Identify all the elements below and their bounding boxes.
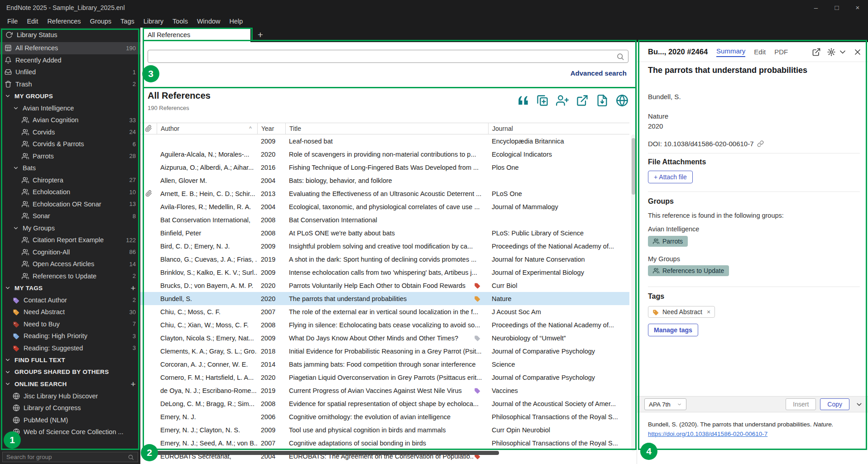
library-status[interactable]: Library Status	[0, 28, 140, 42]
sidebar-item-trash[interactable]: Trash2	[0, 78, 140, 91]
menu-tags[interactable]: Tags	[116, 16, 139, 27]
reference-row[interactable]: Cornero, F. M.; Hartsfield, L. A...2020P…	[140, 371, 629, 384]
doi-link[interactable]: https://doi.org/10.1038/d41586-020-00610…	[648, 431, 767, 437]
column-author[interactable]: Author^	[157, 123, 257, 134]
sidebar-item-corvids-parrots[interactable]: Corvids & Parrots6	[0, 138, 140, 150]
copy-reference-button[interactable]	[536, 94, 549, 107]
online-search-button[interactable]	[616, 94, 628, 107]
menu-help[interactable]: Help	[225, 16, 248, 27]
sidebar-item-jisc-library-hub-discover[interactable]: Jisc Library Hub Discover	[0, 390, 140, 402]
add-button[interactable]: +	[131, 380, 136, 388]
reference-row[interactable]: Brucks, D.; von Bayern, A. M. P.2020Parr…	[140, 279, 629, 292]
close-button[interactable]: ×	[847, 0, 868, 15]
reference-row[interactable]: Chiu, C.; Moss, C. F.2007The role of the…	[140, 305, 629, 318]
sidebar-item-references-to-update[interactable]: References to Update2	[0, 270, 140, 282]
open-in-new-window-icon[interactable]	[812, 48, 821, 57]
menu-references[interactable]: References	[43, 16, 85, 27]
reference-row[interactable]: Avila-Flores, R.; Medellin, R. A.2004Eco…	[140, 200, 629, 213]
maximize-button[interactable]: □	[826, 0, 847, 15]
sidebar-group-my-groups[interactable]: My Groups	[0, 222, 140, 234]
sidebar-item-avian-cognition[interactable]: Avian Cognition33	[0, 114, 140, 126]
sidebar-item-corvids[interactable]: Corvids24	[0, 126, 140, 139]
reference-row[interactable]: Bundell, S.2020The parrots that understa…	[140, 292, 629, 305]
reference-row[interactable]: Brinklov, S.; Kalko, E. K. V.; Surl...20…	[140, 266, 629, 279]
search-input[interactable]	[148, 50, 628, 63]
share-with-user-button[interactable]	[556, 94, 569, 107]
sidebar-section-find-full-text[interactable]: FIND FULL TEXT	[0, 354, 140, 366]
reference-row[interactable]: Aizpurua, O.; Alberdi, A.; Aihar...2016F…	[140, 161, 629, 174]
scrollbar-thumb[interactable]	[632, 138, 635, 195]
column-year[interactable]: Year	[257, 123, 285, 134]
sidebar-item-contact-author[interactable]: Contact Author2	[0, 294, 140, 306]
reference-row[interactable]: de Oya, N. J.; Escribano-Rome...2019Curr…	[140, 384, 629, 397]
advanced-search-link[interactable]: Advanced search	[571, 69, 627, 77]
sidebar-item-citation-report-example[interactable]: Citation Report Example122	[0, 234, 140, 246]
reference-row[interactable]: Bird, C. D.; Emery, N. J.2009Insightful …	[140, 239, 629, 253]
reference-row[interactable]: Emery, N. J.; Clayton, N. S.2009Tool use…	[140, 423, 629, 436]
sidebar-item-need-abstract[interactable]: Need Abstract30	[0, 306, 140, 318]
reference-row[interactable]: DeLong, C. M.; Bragg, R.; Sim...2008Evid…	[140, 397, 629, 410]
new-tab-button[interactable]: +	[250, 28, 270, 42]
vertical-scrollbar[interactable]	[631, 134, 636, 451]
reference-row[interactable]: Chiu, C.; Xian, W.; Moss, C. F.2008Flyin…	[140, 318, 629, 331]
citation-style-select[interactable]: APA 7th	[644, 398, 686, 410]
reference-row[interactable]: Corcoran, A. J.; Conner, W. E.2014Bats j…	[140, 358, 629, 371]
link-icon[interactable]	[757, 140, 764, 147]
menu-groups[interactable]: Groups	[86, 16, 116, 27]
horizontal-scrollbar[interactable]	[141, 451, 499, 455]
tab-summary[interactable]: Summary	[716, 47, 745, 57]
sidebar-item-recently-added[interactable]: Recently Added	[0, 54, 140, 67]
reference-row[interactable]: Emery, N. J.; Seed, A. M.; von B...2007C…	[140, 436, 629, 450]
sidebar-item-library-of-congress[interactable]: Library of Congress	[0, 402, 140, 414]
reference-row[interactable]: Blanco, G.; Cuevas, J. A.; Frias, ...201…	[140, 253, 629, 266]
reference-row[interactable]: 2009Leaf-nosed batEncyclopædia Britannic…	[140, 134, 629, 148]
sidebar-section-online-search[interactable]: ONLINE SEARCH+	[0, 378, 140, 390]
reference-row[interactable]: Binfield, Peter2008At PLoS ONE we're bat…	[140, 226, 629, 239]
reference-row[interactable]: Clayton, Nicola S.; Emery, Nat...2009Wha…	[140, 331, 629, 344]
remove-tag-icon[interactable]: ×	[707, 308, 710, 316]
add-button[interactable]: +	[131, 284, 136, 292]
sidebar-item-chiroptera[interactable]: Chiroptera27	[0, 174, 140, 187]
insert-citation-button[interactable]	[516, 94, 529, 107]
export-button[interactable]	[576, 94, 589, 107]
group-badge-parrots[interactable]: Parrots	[648, 236, 688, 247]
column-journal[interactable]: Journal	[488, 123, 629, 134]
tab-edit[interactable]: Edit	[754, 48, 766, 56]
sidebar-section-groups-shared-by-others[interactable]: GROUPS SHARED BY OTHERS	[0, 366, 140, 378]
menu-edit[interactable]: Edit	[22, 16, 43, 27]
sidebar-item-reading-high-priority[interactable]: Reading: High Priority3	[0, 330, 140, 342]
tab-all-references[interactable]: All References	[140, 28, 250, 42]
sidebar-group-bats[interactable]: Bats	[0, 162, 140, 174]
menu-file[interactable]: File	[3, 16, 22, 27]
group-badge-references-to-update[interactable]: References to Update	[648, 265, 729, 276]
sidebar-item-open-access-articles[interactable]: Open Access Articles14	[0, 258, 140, 270]
reference-row[interactable]: Bat Conservation International,2008Bat C…	[140, 213, 629, 226]
sidebar-section-my-groups[interactable]: MY GROUPS	[0, 90, 140, 102]
attach-file-button[interactable]: + Attach file	[648, 171, 693, 183]
sidebar-item-pubmed-nlm[interactable]: PubMed (NLM)	[0, 414, 140, 426]
minimize-button[interactable]: –	[806, 0, 826, 15]
copy-button[interactable]: Copy	[820, 398, 849, 410]
sidebar-item-sonar[interactable]: Sonar8	[0, 210, 140, 222]
sidebar-item-echolocation[interactable]: Echolocation10	[0, 186, 140, 198]
sidebar-item-cognition-all[interactable]: Cognition-All86	[0, 246, 140, 258]
reference-row[interactable]: Clements, K. A.; Gray, S. L.; Gro...2018…	[140, 344, 629, 358]
collapse-panel-icon[interactable]	[855, 401, 863, 408]
gear-icon[interactable]	[827, 48, 836, 57]
close-panel-icon[interactable]	[853, 48, 862, 57]
sidebar-item-need-to-buy[interactable]: Need to Buy7	[0, 318, 140, 330]
reference-row[interactable]: Allen, Glover M.2004Bats: biology, behav…	[140, 174, 629, 187]
manage-tags-button[interactable]: Manage tags	[648, 324, 698, 336]
menu-window[interactable]: Window	[192, 16, 225, 27]
sidebar-item-parrots[interactable]: Parrots28	[0, 150, 140, 163]
sidebar-item-web-of-science-core-collection[interactable]: Web of Science Core Collection ...	[0, 426, 140, 438]
insert-button[interactable]: Insert	[786, 398, 816, 410]
sidebar-item-unfiled[interactable]: Unfiled1	[0, 66, 140, 78]
group-search-input[interactable]: Search for group	[2, 452, 138, 462]
menu-tools[interactable]: Tools	[168, 16, 192, 27]
find-full-text-button[interactable]	[596, 94, 609, 107]
sidebar-group-avian-intelligence[interactable]: Avian Intelligence	[0, 102, 140, 115]
column-attachment[interactable]	[140, 123, 157, 134]
reference-row[interactable]: Emery, N. J.2006Cognitive ornithology: t…	[140, 410, 629, 423]
reference-row[interactable]: Arnett, E. B.; Hein, C. D.; Schir...2013…	[140, 187, 629, 200]
